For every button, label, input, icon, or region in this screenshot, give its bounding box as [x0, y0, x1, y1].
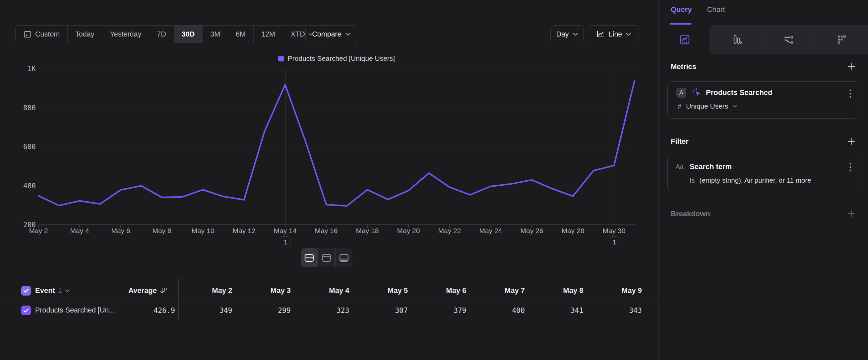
plus-icon [847, 62, 856, 71]
range-3m[interactable]: 3M [202, 26, 228, 43]
value-cell: 400 [466, 306, 525, 314]
svg-text:800: 800 [23, 104, 36, 112]
view-toggle-group [301, 248, 352, 267]
chevron-down-icon [65, 289, 70, 292]
column-header[interactable]: May 8 [525, 286, 584, 295]
value-cell: 379 [408, 306, 466, 314]
svg-text:May 6: May 6 [111, 227, 130, 234]
select-all-checkbox[interactable] [21, 286, 31, 296]
tab-chart[interactable]: Chart [707, 5, 725, 14]
range-yesterday[interactable]: Yesterday [102, 26, 149, 43]
plus-icon [847, 210, 856, 218]
range-6m[interactable]: 6M [228, 26, 253, 43]
add-metric-button[interactable] [847, 62, 856, 71]
breakdown-section-title: Breakdown [671, 210, 710, 218]
insights-report-page: Custom Today Yesterday 7D 30D 3M 6M 12M … [0, 0, 868, 360]
metric-aggregation[interactable]: # Unique Users [678, 102, 737, 110]
aggregation-prefix: # [678, 103, 681, 110]
metric-card[interactable]: A Products Searched # Unique Users [668, 81, 859, 118]
aggregation-label: Unique Users [686, 102, 728, 110]
svg-text:600: 600 [23, 143, 36, 151]
insights-icon [679, 34, 690, 45]
column-header[interactable]: May 3 [232, 286, 291, 295]
table-header-row: Event 1 Average May 2May 3May 4May 5May … [0, 281, 658, 301]
filter-options-kebab-icon[interactable] [849, 162, 852, 172]
chart-type-button[interactable]: Line [588, 25, 639, 43]
sort-descending-icon [160, 287, 167, 294]
metric-options-kebab-icon[interactable] [849, 89, 852, 98]
svg-text:May 2: May 2 [29, 227, 48, 234]
value-cell: 343 [584, 306, 642, 314]
tab-query[interactable]: Query [671, 5, 692, 14]
svg-text:May 30: May 30 [603, 227, 626, 234]
split-view-button[interactable] [301, 248, 318, 267]
chart-plot-area[interactable]: 2004006008001KMay 2May 4May 6May 8May 10… [0, 50, 658, 249]
retention-icon [836, 34, 847, 45]
event-label: Event [35, 286, 55, 295]
granularity-button[interactable]: Day [550, 25, 584, 43]
value-cell: 299 [232, 306, 291, 314]
filter-property-name[interactable]: Search term [690, 162, 732, 171]
svg-text:400: 400 [23, 182, 36, 190]
funnels-tab[interactable] [711, 25, 763, 54]
value-cell: 307 [349, 306, 408, 314]
flows-tab[interactable] [763, 25, 814, 54]
annotation-badge[interactable]: 1 [610, 237, 619, 248]
chart-view-icon [321, 254, 331, 262]
svg-text:May 8: May 8 [152, 227, 171, 234]
chevron-down-icon [345, 33, 350, 36]
range-custom[interactable]: Custom [16, 26, 67, 43]
event-pointer-icon [692, 88, 702, 98]
checkmark-icon [23, 308, 29, 313]
svg-text:May 14: May 14 [274, 227, 297, 234]
value-cell: 323 [291, 306, 349, 314]
table-view-icon [339, 254, 349, 262]
range-today[interactable]: Today [67, 26, 102, 43]
add-breakdown-button[interactable] [847, 210, 856, 218]
event-selector[interactable]: Event 1 [35, 286, 70, 295]
chart-view-button[interactable] [318, 248, 335, 267]
column-header[interactable]: May 5 [349, 286, 408, 295]
retention-tab[interactable] [816, 25, 867, 54]
average-sort-header[interactable]: Average [93, 286, 167, 295]
average-value: 426.9 [93, 306, 175, 314]
value-cell: 349 [174, 306, 232, 314]
filter-operator: Is [690, 177, 695, 184]
filter-condition[interactable]: Is (empty string), Air purifier, or 11 m… [690, 176, 811, 184]
range-12m[interactable]: 12M [253, 26, 283, 43]
svg-text:May 22: May 22 [438, 227, 461, 234]
column-header[interactable]: May 4 [291, 286, 349, 295]
filter-value: (empty string), Air purifier, or 11 more [700, 176, 811, 184]
metric-name[interactable]: Products Searched [706, 88, 773, 97]
line-chart-icon [596, 30, 605, 38]
column-header[interactable]: May 7 [466, 286, 525, 295]
value-cell: 341 [525, 306, 584, 314]
svg-text:May 18: May 18 [356, 227, 379, 234]
filter-card[interactable]: Aa Search term Is (empty string), Air pu… [668, 155, 859, 192]
calendar-icon [23, 30, 32, 38]
svg-text:May 10: May 10 [192, 227, 215, 234]
checkmark-icon [23, 288, 29, 293]
range-7d[interactable]: 7D [149, 26, 174, 43]
series-checkbox[interactable] [21, 306, 31, 315]
insights-tab[interactable] [659, 25, 711, 54]
column-header[interactable]: May 9 [584, 286, 642, 295]
query-sidebar: Query Chart [658, 0, 868, 360]
range-label: Custom [35, 30, 60, 38]
event-count: 1 [58, 286, 62, 295]
plus-icon [847, 137, 856, 145]
column-header[interactable]: May 2 [174, 286, 232, 295]
svg-text:May 12: May 12 [233, 227, 256, 234]
svg-text:1K: 1K [28, 65, 36, 73]
compare-button[interactable]: Compare [305, 25, 357, 43]
range-30d[interactable]: 30D [174, 26, 202, 43]
metrics-section-title: Metrics [671, 62, 696, 71]
annotation-badge[interactable]: 1 [281, 237, 290, 248]
add-filter-button[interactable] [847, 137, 856, 145]
chevron-down-icon [573, 33, 578, 36]
column-header[interactable]: May 6 [408, 286, 466, 295]
chevron-down-icon [626, 33, 631, 36]
sidebar-tabs: Query Chart [671, 5, 725, 14]
table-view-button[interactable] [335, 248, 352, 267]
funnels-icon [731, 34, 742, 45]
